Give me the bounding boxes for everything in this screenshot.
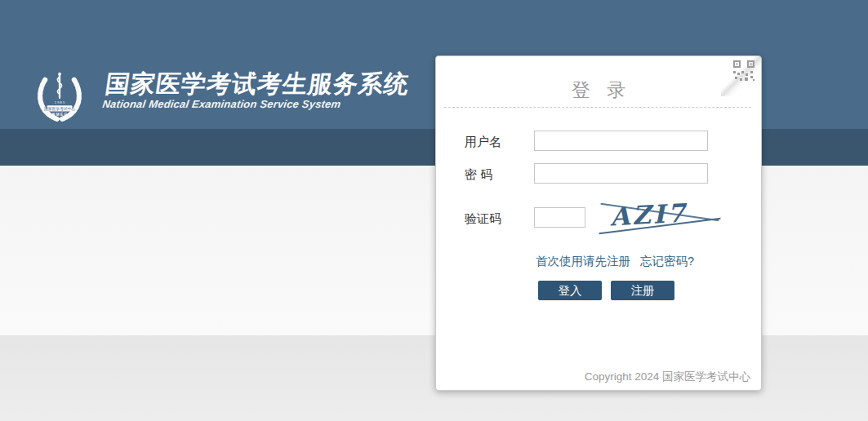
login-button[interactable]: 登入 <box>538 281 602 300</box>
copyright: Copyright 2024 国家医学考试中心 <box>585 370 750 384</box>
page: 1 9 8 5 国家医学考试中心 N M E C 国家医学考试考生服务系统 Na… <box>0 0 868 421</box>
username-input[interactable] <box>534 131 708 151</box>
brand-text: 国家医学考试考生服务系统 National Medical Examinatio… <box>102 70 412 110</box>
captcha-label: 验证码 <box>465 211 530 227</box>
captcha-image[interactable]: AZI7 <box>602 198 718 239</box>
password-input[interactable] <box>534 163 708 184</box>
emblem-icon: 1 9 8 5 国家医学考试中心 N M E C <box>33 70 87 124</box>
register-hint-link[interactable]: 首次使用请先注册 <box>536 255 630 268</box>
divider <box>444 107 751 108</box>
app-title: 国家医学考试考生服务系统 <box>104 70 412 98</box>
forgot-password-link[interactable]: 忘记密码? <box>640 255 694 268</box>
svg-text:1 9 8 5: 1 9 8 5 <box>55 100 65 104</box>
svg-text:N M E C: N M E C <box>52 113 67 117</box>
login-title: 登 录 <box>436 78 761 103</box>
links-row: 首次使用请先注册忘记密码? <box>536 254 694 269</box>
password-label: 密 码 <box>465 167 530 183</box>
register-button[interactable]: 注册 <box>611 281 674 300</box>
app-subtitle: National Medical Examination Service Sys… <box>102 98 407 110</box>
username-label: 用户名 <box>465 135 530 150</box>
captcha-input[interactable] <box>534 207 585 228</box>
brand: 1 9 8 5 国家医学考试中心 N M E C 国家医学考试考生服务系统 Na… <box>33 70 408 124</box>
login-card: 登 录 用户名 密 码 验证码 AZI7 首次使用请先注册忘记密码? 登入 注册… <box>435 55 762 391</box>
svg-text:国家医学考试中心: 国家医学考试中心 <box>44 106 75 112</box>
